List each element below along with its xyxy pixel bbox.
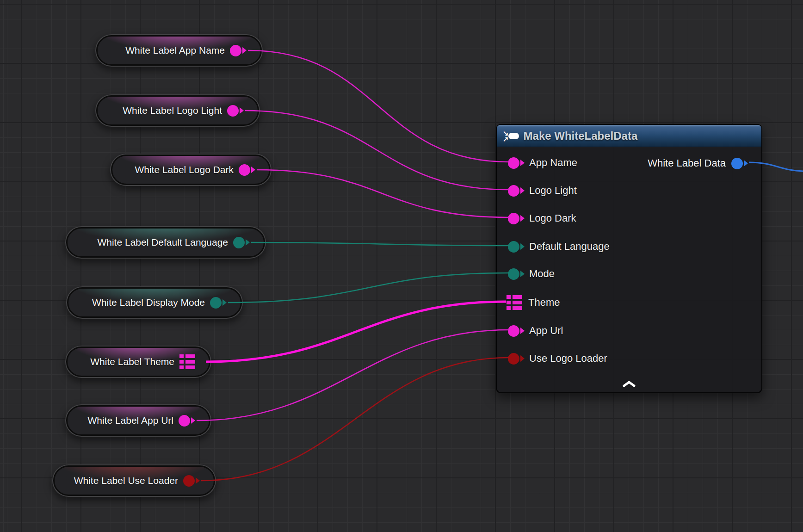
make-struct-icon: ↘ ↗ — [503, 130, 519, 142]
wire-app-name[interactable] — [248, 50, 509, 162]
getter-node-white-label-theme[interactable]: White Label Theme — [66, 346, 210, 377]
wire-logo-light[interactable] — [245, 111, 509, 190]
bool-input-pin[interactable] — [508, 353, 525, 365]
pin-label: Mode — [529, 268, 555, 280]
wire-display-mode[interactable] — [228, 273, 509, 303]
wire-use-loader[interactable] — [201, 358, 509, 481]
pin-label: Use Logo Loader — [529, 353, 607, 365]
string-output-pin[interactable] — [230, 45, 247, 56]
make-whitelabeldata-node[interactable]: ↘ ↗ Make WhiteLabelData App Name Logo Li… — [496, 124, 762, 393]
blueprint-graph-canvas[interactable]: White Label App Name White Label Logo Li… — [0, 0, 803, 532]
enum-output-pin[interactable] — [233, 237, 250, 248]
input-row-use-logo-loader: Use Logo Loader — [497, 352, 607, 365]
getter-label: White Label Use Loader — [74, 475, 178, 486]
getter-label: White Label App Url — [87, 415, 173, 426]
getter-node-white-label-logo-light[interactable]: White Label Logo Light — [96, 95, 259, 126]
output-row-white-label-data: White Label Data — [648, 156, 761, 170]
pin-label: App Url — [529, 325, 563, 337]
input-row-logo-dark: Logo Dark — [497, 211, 576, 225]
struct-grid-icon[interactable] — [507, 295, 522, 310]
pin-label: Theme — [528, 297, 560, 309]
input-row-app-url: App Url — [497, 324, 563, 338]
getter-label: White Label App Name — [125, 45, 225, 56]
getter-label: White Label Display Mode — [92, 297, 205, 308]
pin-label: Logo Dark — [529, 212, 576, 224]
string-input-pin[interactable] — [508, 325, 525, 337]
getter-node-white-label-logo-dark[interactable]: White Label Logo Dark — [111, 155, 271, 185]
pin-label: App Name — [529, 157, 577, 169]
getter-label: White Label Default Language — [97, 237, 228, 248]
wire-theme[interactable] — [206, 302, 506, 362]
input-row-default-language: Default Language — [497, 240, 610, 254]
pin-label: Default Language — [529, 241, 610, 253]
node-header[interactable]: ↘ ↗ Make WhiteLabelData — [497, 125, 761, 147]
string-input-pin[interactable] — [508, 185, 525, 197]
chevron-up-icon — [622, 381, 636, 387]
string-output-pin[interactable] — [227, 105, 244, 117]
wire-default-language[interactable] — [251, 242, 509, 246]
bool-output-pin[interactable] — [183, 475, 200, 487]
string-output-pin[interactable] — [179, 415, 195, 427]
string-input-pin[interactable] — [508, 157, 525, 169]
getter-node-white-label-display-mode[interactable]: White Label Display Mode — [67, 287, 242, 318]
getter-node-white-label-default-language[interactable]: White Label Default Language — [66, 227, 265, 258]
getter-node-white-label-use-loader[interactable]: White Label Use Loader — [53, 465, 215, 496]
collapse-node-button[interactable] — [621, 380, 637, 388]
getter-label: White Label Theme — [90, 356, 174, 367]
input-row-app-name: App Name — [497, 156, 577, 170]
getter-label: White Label Logo Light — [123, 105, 222, 116]
wire-logo-dark[interactable] — [257, 170, 509, 217]
enum-output-pin[interactable] — [210, 297, 227, 309]
string-output-pin[interactable] — [239, 164, 255, 176]
pin-label: Logo Light — [529, 185, 577, 197]
getter-label: White Label Logo Dark — [135, 164, 234, 175]
getter-node-white-label-app-url[interactable]: White Label App Url — [66, 405, 210, 436]
enum-input-pin[interactable] — [508, 268, 525, 280]
pin-label: White Label Data — [648, 157, 726, 169]
input-row-theme: Theme — [497, 296, 560, 309]
input-row-logo-light: Logo Light — [497, 184, 577, 198]
node-title: Make WhiteLabelData — [524, 130, 638, 142]
struct-grid-icon[interactable] — [179, 354, 195, 369]
struct-output-pin[interactable] — [731, 158, 748, 169]
string-input-pin[interactable] — [508, 213, 525, 224]
input-row-mode: Mode — [497, 267, 555, 281]
wire-app-url[interactable] — [197, 330, 509, 421]
enum-input-pin[interactable] — [508, 241, 525, 253]
getter-node-white-label-app-name[interactable]: White Label App Name — [96, 35, 262, 66]
